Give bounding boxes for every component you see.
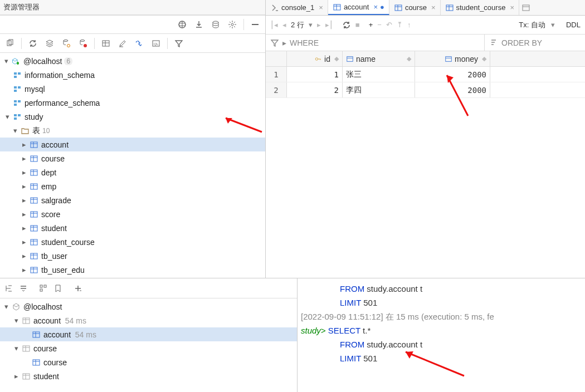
- query-item[interactable]: account 54 ms: [0, 327, 297, 341]
- next-page-icon[interactable]: ▸: [317, 21, 321, 29]
- edit-icon[interactable]: [117, 38, 128, 49]
- table-icon[interactable]: [100, 38, 111, 49]
- column-header-id[interactable]: id◆: [287, 51, 343, 66]
- key-icon[interactable]: [134, 38, 145, 49]
- copy-icon[interactable]: [4, 38, 16, 49]
- tx-dropdown-icon[interactable]: ▾: [551, 21, 555, 29]
- query-group[interactable]: ▾course: [0, 341, 297, 355]
- last-page-icon[interactable]: ▸⎮: [325, 21, 333, 29]
- tables-folder[interactable]: ▾ 表 10: [0, 124, 265, 138]
- where-filter[interactable]: ▸ WHERE: [266, 35, 485, 51]
- connection-node[interactable]: ▾ @localhost 6: [0, 54, 265, 68]
- cell-id[interactable]: 2: [287, 82, 343, 97]
- query-item[interactable]: course: [0, 355, 297, 369]
- close-icon[interactable]: ×: [319, 3, 323, 12]
- table-icon: [31, 330, 41, 339]
- ddl-button[interactable]: DDL: [566, 21, 581, 29]
- stack-down-icon[interactable]: [19, 284, 28, 293]
- remove-row-icon[interactable]: −: [377, 21, 382, 29]
- cell-money[interactable]: 2000: [415, 67, 490, 82]
- tab-console_1[interactable]: console_1×: [266, 0, 328, 15]
- stop-icon[interactable]: ■: [355, 21, 360, 29]
- reload-icon[interactable]: [342, 21, 351, 30]
- column-header-money[interactable]: money◆: [415, 51, 490, 66]
- schema-node[interactable]: sys: [0, 277, 265, 278]
- table-node[interactable]: ▸tb_user_edu: [0, 263, 265, 277]
- column-icon: [445, 55, 452, 63]
- gear-icon[interactable]: [227, 19, 238, 30]
- table-node[interactable]: ▸course: [0, 151, 265, 165]
- revert-icon[interactable]: ↶: [386, 21, 392, 29]
- grid-header: id◆ name ◆ money◆: [266, 51, 585, 67]
- svg-rect-100: [23, 346, 30, 351]
- column-header-name[interactable]: name ◆: [343, 51, 415, 66]
- stack-icon[interactable]: [210, 19, 221, 30]
- svg-rect-22: [18, 86, 21, 89]
- bookmark-icon[interactable]: [53, 284, 62, 293]
- submit-icon[interactable]: ↑: [407, 21, 411, 29]
- tab-course[interactable]: course×: [389, 0, 441, 15]
- db-refresh-icon[interactable]: [61, 38, 72, 49]
- prev-page-icon[interactable]: ◂: [282, 21, 286, 29]
- table-node[interactable]: ▸student_course: [0, 235, 265, 249]
- chevron-down-icon: ▾: [2, 57, 10, 65]
- grid-icon[interactable]: [39, 284, 48, 293]
- close-icon[interactable]: ×: [373, 3, 378, 11]
- tab-account[interactable]: account×●: [328, 0, 389, 15]
- add-icon[interactable]: [74, 284, 82, 293]
- first-page-icon[interactable]: ⎮◂: [270, 21, 278, 29]
- close-icon[interactable]: ×: [431, 3, 436, 12]
- schema-node[interactable]: information_schema: [0, 68, 265, 82]
- table-node[interactable]: ▸score: [0, 207, 265, 221]
- query-group[interactable]: ▾account 54 ms: [0, 313, 297, 327]
- filter-icon: [270, 38, 279, 47]
- tree-line-icon[interactable]: [4, 284, 13, 293]
- globe-icon[interactable]: [177, 19, 188, 30]
- orderby-filter[interactable]: ORDER BY: [485, 35, 585, 51]
- schema-node[interactable]: mysql: [0, 82, 265, 96]
- dropdown-icon[interactable]: ▾: [309, 21, 313, 29]
- table-node[interactable]: ▸dept: [0, 165, 265, 179]
- tab-label: student_course: [456, 3, 506, 12]
- row-number: 2: [266, 82, 287, 97]
- table-node[interactable]: ▸student: [0, 221, 265, 235]
- download-icon[interactable]: [193, 19, 204, 30]
- console-line: study> SELECT t.*: [301, 324, 585, 337]
- svg-rect-23: [14, 90, 17, 92]
- services-tree: ▾ @localhost ▾account 54 msaccount 54 ms…: [0, 298, 297, 392]
- cell-id[interactable]: 1: [287, 67, 343, 82]
- refresh-icon[interactable]: [27, 38, 38, 49]
- collapse-icon[interactable]: [250, 19, 261, 30]
- schema-icon: [12, 85, 22, 94]
- query-group[interactable]: ▸student: [0, 369, 297, 383]
- schema-tree: ▾ @localhost 6 information_schemamysqlpe…: [0, 53, 265, 278]
- table-icon: [29, 266, 39, 275]
- table-node[interactable]: ▸salgrade: [0, 193, 265, 207]
- commit-icon[interactable]: ⤒: [397, 21, 403, 29]
- tx-mode[interactable]: Tx: 自动: [519, 20, 545, 30]
- table-row[interactable]: 2 2 李四 2000: [266, 82, 585, 98]
- db-stop-icon[interactable]: [77, 38, 89, 49]
- cell-money[interactable]: 2000: [415, 82, 490, 97]
- query-icon: [21, 316, 31, 325]
- schema-node[interactable]: performance_schema: [0, 96, 265, 110]
- tab-student_course[interactable]: student_course×: [441, 0, 520, 15]
- chevron-right-icon: ▸: [20, 155, 28, 163]
- sql-icon[interactable]: QL: [150, 38, 162, 49]
- cell-name[interactable]: 张三: [343, 67, 415, 82]
- filter-icon[interactable]: [173, 38, 184, 49]
- add-row-icon[interactable]: +: [369, 21, 373, 29]
- table-node[interactable]: ▸emp: [0, 179, 265, 193]
- close-icon[interactable]: ×: [510, 3, 514, 12]
- layers-icon[interactable]: [44, 38, 55, 49]
- more-tab-icon[interactable]: [521, 3, 530, 12]
- sort-icon: [489, 38, 498, 47]
- schema-node[interactable]: ▾study: [0, 110, 265, 124]
- services-connection[interactable]: ▾ @localhost: [0, 300, 297, 313]
- svg-point-4: [231, 23, 233, 26]
- table-node[interactable]: ▸tb_user: [0, 249, 265, 263]
- svg-rect-94: [23, 318, 30, 324]
- cell-name[interactable]: 李四: [343, 82, 415, 97]
- table-row[interactable]: 1 1 张三 2000: [266, 67, 585, 82]
- table-node[interactable]: ▸account: [0, 138, 265, 151]
